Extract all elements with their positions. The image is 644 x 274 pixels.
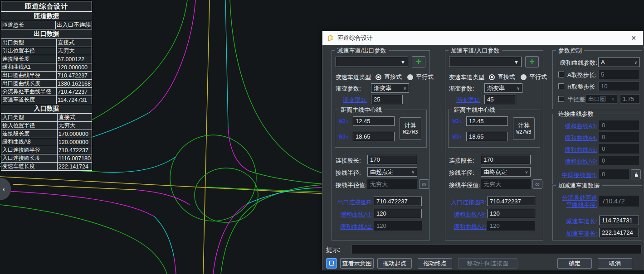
decel-radius-value-input: [367, 179, 417, 189]
table-row: 缓和曲线A1120.000000: [1, 63, 92, 72]
accel-spiral-a8-link[interactable]: 缓和曲线A8:: [447, 211, 486, 219]
decel-circle-radius-input[interactable]: [374, 197, 422, 206]
spiral-a5-input: [599, 144, 639, 154]
infinity-icon: ∞: [422, 181, 426, 187]
move-mid-circle-button: 移动中间连接圆: [458, 258, 517, 269]
spiral-param-label: 缓和曲线参数:: [560, 59, 597, 67]
a-step-checkbox[interactable]: [558, 72, 564, 77]
decel-taper-mode-dropdown[interactable]: 渐变率 ∨: [371, 83, 409, 93]
decel-spiral-a1-link[interactable]: 缓和曲线A1:: [334, 211, 373, 219]
conn-curve-group: 连接曲线参数 缓和曲线A3: 缓和曲线A4: 缓和曲线A5: 缓和曲线A6: 中…: [552, 114, 642, 184]
r-step-input: [598, 82, 640, 91]
decel-segment-input[interactable]: [367, 155, 417, 164]
pick-on-screen-button[interactable]: [631, 169, 641, 179]
decel-infinity-button[interactable]: ∞: [419, 179, 429, 189]
accel-radius-mode-dropdown[interactable]: 由终点定 ∨: [481, 167, 531, 177]
spiral-a6-link[interactable]: 缓和曲线A6:: [556, 158, 597, 166]
drag-start-button[interactable]: 拖动起点: [377, 258, 412, 269]
accel-spiral-a7-link[interactable]: 缓和曲线A7:: [447, 223, 486, 231]
table-row: 入口连接圆长度1116.007180: [1, 154, 92, 163]
accel-radius-value-input: [481, 179, 531, 189]
accel-segment-input[interactable]: [481, 155, 531, 164]
accel-taper-mode-dropdown[interactable]: 渐变率 ∨: [484, 83, 522, 93]
close-icon[interactable]: ✕: [629, 34, 639, 42]
chevron-down-icon: ∨: [634, 60, 637, 65]
accel-infinity-button[interactable]: ∞: [532, 179, 542, 189]
decel-radio-parallel[interactable]: [407, 74, 413, 80]
accel-w2-input[interactable]: [466, 116, 508, 126]
radius-diff-label: 半径差: [567, 96, 585, 104]
accel-taper-rate-input[interactable]: [484, 95, 516, 104]
decel-radio-direct-label: 直接式: [384, 73, 402, 81]
hand-pick-icon: [633, 172, 639, 178]
table-row: 变速车道长度222.141724: [1, 163, 92, 171]
decel-taper-rate-input[interactable]: [371, 95, 403, 104]
decel-radius-mode-dropdown[interactable]: 由起点定 ∨: [367, 167, 417, 177]
decel-radius-mode-label: 接线半径:: [336, 169, 361, 177]
accel-calc-w2w3-button[interactable]: 计算 W2/W3: [513, 117, 535, 140]
decel-w3-input[interactable]: [353, 132, 395, 141]
window-magnifier-icon: [328, 260, 335, 267]
application-window: ‹ 匝道综合设计 匝道数据 匝道总长 出入口不连续 出口数据 出口类型直接式 引…: [0, 0, 644, 274]
radius-diff-checkbox[interactable]: [558, 96, 564, 102]
decel-radius-value-label: 接线半径值:: [336, 181, 367, 189]
spiral-a6-input: [599, 156, 639, 165]
conn-curve-title: 连接曲线参数: [556, 110, 596, 118]
view-schematic-button[interactable]: 查看示意图: [340, 258, 374, 269]
accel-radio-direct-label: 直接式: [498, 73, 515, 81]
dialog-titlebar[interactable]: 匝道综合设计 ✕: [322, 31, 643, 45]
accel-lane-length-input[interactable]: [599, 228, 639, 237]
decel-preset-dropdown[interactable]: ▼: [336, 57, 408, 67]
table-row: 入口类型直接式: [1, 114, 92, 122]
accel-distance-group: 距离主线中心线 W2: W3: 计算 W2/W3: [448, 110, 540, 148]
lane-data-title: 加减速车道数据: [556, 182, 602, 190]
accel-w3-label: W3:: [453, 134, 463, 140]
r-step-checkbox[interactable]: [558, 83, 564, 89]
accel-taper-rate-link[interactable]: 渐变率1/:: [456, 96, 480, 104]
decel-spiral-a2-link[interactable]: 缓和曲线A2:: [334, 223, 373, 231]
decel-radio-direct[interactable]: [376, 74, 381, 80]
ramp-data-table: 匝道总长 出入口不连续: [1, 21, 92, 29]
exit-data-table: 出口类型直接式 引出位置半径无穷大 连接段长度57.000122 缓和曲线A11…: [1, 38, 92, 104]
spiral-param-dropdown[interactable]: A ∨: [598, 58, 640, 67]
dialog-title: 匝道综合设计: [337, 34, 629, 42]
accel-distance-title: 距离主线中心线: [452, 106, 498, 114]
cancel-button[interactable]: 取消: [598, 258, 632, 269]
decel-spiral-a1-input[interactable]: [374, 209, 422, 218]
preview-toggle-button[interactable]: [326, 258, 337, 269]
decel-w2-input[interactable]: [353, 116, 395, 126]
accel-circle-radius-input[interactable]: [487, 197, 535, 206]
nose-radius-link-line2[interactable]: 平曲线半径:: [554, 201, 597, 209]
accel-radius-value-label: 接线半径值:: [449, 181, 480, 189]
section-header-exit: 出口数据: [1, 29, 92, 38]
accel-radio-direct[interactable]: [489, 74, 495, 80]
nose-radius-input: [599, 196, 639, 207]
accel-circle-radius-link[interactable]: 入口连接圆R:: [447, 198, 486, 207]
ok-button[interactable]: 确定: [557, 258, 592, 269]
chevron-down-icon: ∨: [517, 86, 520, 91]
accel-entrance-group: 加速车道/入口参数 ▼ + 变速车道类型 直接式 平行式 渐变参数: 渐变率 ∨…: [445, 50, 543, 240]
spiral-a4-link[interactable]: 缓和曲线A4:: [556, 134, 597, 142]
accel-add-button[interactable]: +: [525, 56, 539, 67]
ramp-results-table: 匝道综合设计 匝道数据 匝道总长 出入口不连续 出口数据 出口类型直接式 引出位…: [1, 1, 92, 171]
mid-circle-link[interactable]: 中间接线圆R:: [554, 171, 597, 179]
spiral-a5-link[interactable]: 缓和曲线A5:: [556, 146, 597, 154]
chevron-down-icon: ∨: [411, 170, 415, 174]
decel-add-button[interactable]: +: [412, 56, 425, 67]
accel-spiral-a8-input[interactable]: [487, 209, 535, 218]
param-control-group: 参数控制 缓和曲线参数: A ∨ A取整步长: R取整步长 半径差 出口圆 ∨: [552, 50, 642, 109]
spiral-a3-link[interactable]: 缓和曲线A3:: [556, 122, 597, 130]
decel-w3-label: W3:: [339, 134, 349, 140]
accel-lane-length-link[interactable]: 加速车道长:: [556, 230, 597, 238]
accel-preset-dropdown[interactable]: ▼: [449, 57, 522, 67]
decel-lane-length-input[interactable]: [599, 216, 639, 225]
accel-radio-parallel[interactable]: [521, 74, 527, 80]
decel-lane-length-link[interactable]: 减速车道长:: [556, 217, 597, 226]
a-step-label: A取整步长:: [567, 71, 596, 79]
decel-circle-radius-link[interactable]: 出口连接圆R:: [334, 198, 373, 207]
drag-end-button[interactable]: 拖动终点: [418, 258, 452, 269]
decel-taper-rate-link[interactable]: 渐变率1/:: [343, 96, 367, 104]
decel-group-title: 减速车道/出口参数: [335, 47, 389, 55]
accel-w3-input[interactable]: [466, 132, 508, 141]
decel-calc-w2w3-button[interactable]: 计算 W2/W3: [400, 117, 421, 140]
